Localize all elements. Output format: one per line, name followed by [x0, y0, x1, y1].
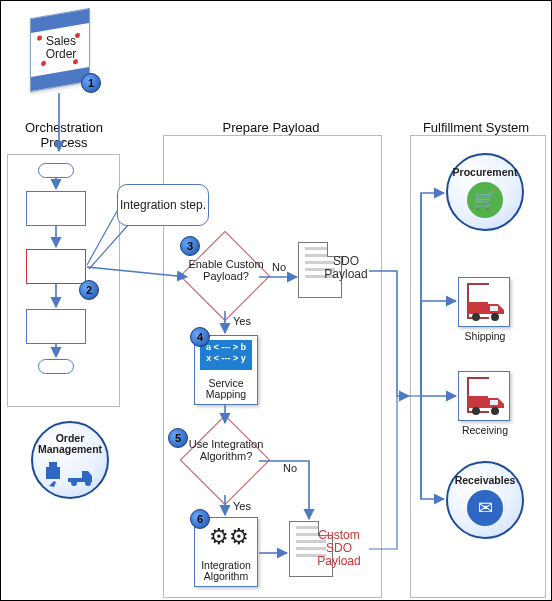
step-badge-6: 6 [190, 509, 210, 529]
yes-label-1: Yes [233, 315, 251, 327]
procurement-label: Procurement [453, 167, 518, 178]
svg-point-2 [71, 480, 77, 486]
use-algorithm-label: Use Integration Algorithm? [187, 438, 265, 462]
svg-rect-1 [49, 462, 57, 468]
step-badge-3: 3 [180, 236, 200, 256]
svg-point-3 [85, 480, 91, 486]
diagram-canvas: Sales Order 1 Orchestration Process Prep… [0, 0, 552, 601]
orch-integration-step-box [26, 249, 86, 284]
orchestration-title: Orchestration Process [9, 120, 119, 150]
step-badge-2: 2 [79, 280, 99, 300]
no-label-1: No [272, 261, 286, 273]
no-label-2: No [283, 462, 297, 474]
prepare-title: Prepare Payload [201, 120, 341, 135]
integration-step-callout-text: Integration step. [120, 199, 206, 212]
step-badge-4: 4 [190, 327, 210, 347]
gear-icon: ⚙⚙ [209, 526, 245, 556]
order-management-icon [44, 459, 96, 487]
step-badge-5: 5 [168, 428, 188, 448]
envelope-icon: ✉ [467, 490, 503, 526]
orch-step-box-2 [26, 309, 86, 344]
shipping-label: Shipping [450, 330, 520, 342]
svg-rect-8 [468, 396, 488, 408]
truck-icon [468, 390, 508, 416]
orch-end-icon [38, 359, 74, 374]
svg-point-11 [491, 407, 499, 415]
svg-point-6 [472, 313, 480, 321]
sales-order-label: Sales Order [35, 35, 87, 61]
sdo-label: SDO Payload [318, 255, 374, 281]
svg-rect-0 [46, 467, 60, 479]
svg-rect-9 [490, 400, 498, 405]
svg-rect-5 [490, 306, 498, 311]
yes-label-2: Yes [233, 500, 251, 512]
order-management-circle: Order Management [31, 421, 109, 499]
service-mapping-formula-icon: a < --- > b x < --- > y [200, 340, 252, 370]
order-management-label: Order Management [33, 433, 107, 455]
orch-step-box [26, 191, 86, 226]
fulfillment-title: Fulfillment System [411, 120, 541, 135]
custom-sdo-label: Custom SDO Payload [309, 529, 369, 568]
shipping-box: Shipping [458, 277, 510, 327]
cart-icon: 🛒 [467, 182, 503, 218]
step-badge-1: 1 [81, 73, 101, 93]
integration-step-callout: Integration step. [117, 184, 209, 226]
receivables-label: Receivables [455, 475, 516, 486]
truck-icon [468, 296, 508, 322]
svg-point-10 [472, 407, 480, 415]
receiving-box: Receiving [458, 371, 510, 421]
procurement-circle: Procurement 🛒 [446, 153, 524, 231]
receivables-circle: Receivables ✉ [446, 461, 524, 539]
orch-start-icon [38, 163, 74, 178]
integration-algorithm-label: Integration Algorithm [195, 560, 257, 582]
enable-custom-label: Enable Custom Payload? [187, 258, 265, 282]
svg-point-7 [491, 313, 499, 321]
svg-rect-4 [468, 302, 488, 314]
receiving-label: Receiving [450, 424, 520, 436]
service-mapping-label: Service Mapping [195, 378, 257, 400]
